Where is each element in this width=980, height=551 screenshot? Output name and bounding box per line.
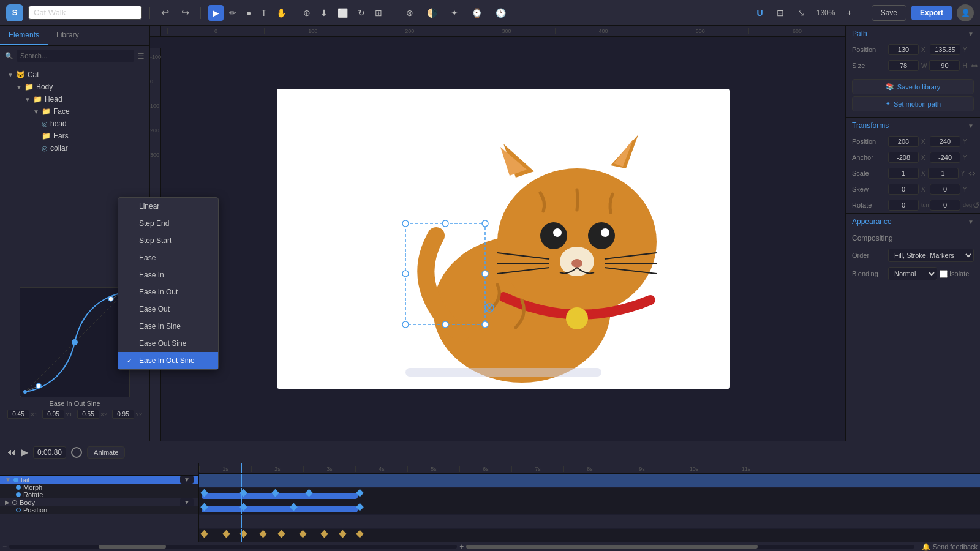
star-tool[interactable]: ✦ <box>447 5 462 21</box>
dropdown-ease-out-sine[interactable]: Ease Out Sine <box>118 335 218 352</box>
expand-tail[interactable]: ▼ <box>5 476 11 483</box>
scale-x-input[interactable] <box>888 168 919 179</box>
skew-x-input[interactable] <box>888 184 919 195</box>
layout-tool[interactable]: ⊟ <box>772 5 788 21</box>
transforms-header[interactable]: Transforms ▼ <box>846 118 980 133</box>
redo-button[interactable]: ↪ <box>178 4 193 21</box>
t-pos-x-input[interactable] <box>888 136 919 147</box>
tl-label-position[interactable]: Position <box>0 506 199 514</box>
underline-tool[interactable]: U <box>753 5 767 21</box>
tree-item-cat[interactable]: ▼ 🐱 Cat <box>0 69 149 81</box>
resize-tool[interactable]: ⤡ <box>793 5 809 21</box>
expand-body[interactable]: ▶ <box>5 499 10 506</box>
tree-expand-face[interactable]: ▼ <box>33 108 39 115</box>
tree-expand-head[interactable]: ▼ <box>24 96 31 103</box>
tree-item-ears[interactable]: 📁 Ears <box>0 130 149 142</box>
eye-dropper[interactable]: 🌗 <box>423 5 442 21</box>
rotate-deg-input[interactable] <box>930 200 960 211</box>
anchor-y-input[interactable] <box>930 152 960 163</box>
zoom-in[interactable]: + <box>842 5 856 21</box>
hand-tool[interactable]: ✋ <box>272 5 291 21</box>
search-input[interactable] <box>17 50 134 62</box>
kf-pos-6[interactable] <box>299 530 307 538</box>
crop-tool[interactable]: ⬜ <box>333 5 352 21</box>
track-morph[interactable] <box>199 488 980 501</box>
pen-tool[interactable]: ✏ <box>225 5 241 21</box>
coord-y1-input[interactable] <box>42 410 64 419</box>
save-to-library-button[interactable]: 📚 Save to library <box>852 79 974 94</box>
library-tab[interactable]: Library <box>48 26 88 45</box>
tl-label-rotate[interactable]: Rotate <box>0 491 199 498</box>
record-button[interactable] <box>71 447 82 458</box>
animate-button[interactable]: Animate <box>87 446 125 459</box>
tl-label-tail[interactable]: ▼ tail ▼ <box>0 476 199 484</box>
isolate-checkbox[interactable] <box>940 270 948 278</box>
kf-pos-4[interactable] <box>259 530 267 538</box>
tl-label-morph[interactable]: Morph <box>0 484 199 491</box>
anchor-x-input[interactable] <box>888 152 919 163</box>
pos-y-input[interactable] <box>930 44 960 55</box>
dropdown-ease-out[interactable]: Ease Out <box>118 301 218 318</box>
timer-tool[interactable]: ⌚ <box>467 5 486 21</box>
undo-button[interactable]: ↩ <box>157 4 173 21</box>
save-button[interactable]: Save <box>872 5 907 21</box>
dropdown-step-end[interactable]: Step End <box>118 215 218 232</box>
kf-pos-1[interactable] <box>200 530 208 538</box>
skew-y-input[interactable] <box>930 184 960 195</box>
track-rotate[interactable] <box>199 501 980 515</box>
appearance-header[interactable]: Appearance ▼ <box>846 214 980 230</box>
isolate-toggle[interactable]: Isolate <box>940 270 969 278</box>
t-pos-y-input[interactable] <box>930 136 960 147</box>
kf-pos-9[interactable] <box>356 530 364 538</box>
rotate-tool[interactable]: ↻ <box>353 5 369 21</box>
kf-pos-5[interactable] <box>277 530 285 538</box>
grid-tool[interactable]: ⊞ <box>371 5 386 21</box>
export-button[interactable]: Export <box>911 6 952 20</box>
add-tool[interactable]: ⊕ <box>299 5 315 21</box>
coord-x2-input[interactable] <box>77 410 99 419</box>
tree-item-face[interactable]: ▼ 📁 Face <box>0 105 149 118</box>
text-tool[interactable]: T <box>257 5 271 21</box>
pos-x-input[interactable] <box>888 44 919 55</box>
blend-select[interactable]: Normal <box>888 267 937 280</box>
kf-pos-2[interactable] <box>222 530 230 538</box>
scroll-plus[interactable]: + <box>459 542 464 551</box>
compositing-header[interactable]: Compositing <box>846 230 980 246</box>
coord-x1-input[interactable] <box>7 410 29 419</box>
tree-expand-cat[interactable]: ▼ <box>7 72 13 78</box>
skip-start-button[interactable]: ⏮ <box>6 447 16 458</box>
order-select[interactable]: Fill, Stroke, Markers <box>888 249 974 262</box>
project-title[interactable] <box>28 6 142 20</box>
align-tool[interactable]: ⬇ <box>316 5 332 21</box>
canvas-viewport[interactable] <box>150 37 845 441</box>
tl-label-body[interactable]: ▶ Body ▼ <box>0 498 199 506</box>
dropdown-ease[interactable]: Ease <box>118 249 218 266</box>
kf-pos-8[interactable] <box>339 530 347 538</box>
coord-y2-input[interactable] <box>112 410 134 419</box>
tree-item-collar[interactable]: ◎ collar <box>0 142 149 154</box>
mask-tool[interactable]: ⊗ <box>402 5 418 21</box>
track-tail[interactable] <box>199 474 980 487</box>
tree-item-head2[interactable]: ◎ head <box>0 118 149 130</box>
elements-tab[interactable]: Elements <box>0 26 48 45</box>
clock-tool[interactable]: 🕐 <box>491 5 510 21</box>
body-expand-btn[interactable]: ▼ <box>180 498 194 506</box>
kf-pos-7[interactable] <box>320 530 328 538</box>
dropdown-ease-in-sine[interactable]: Ease In Sine <box>118 318 218 335</box>
dropdown-linear[interactable]: Linear <box>118 198 218 215</box>
select-tool[interactable]: ▶ <box>208 5 224 21</box>
tree-item-head[interactable]: ▼ 📁 Head <box>0 93 149 105</box>
send-feedback-label[interactable]: Send feedback <box>933 543 978 550</box>
scale-y-input[interactable] <box>928 168 959 179</box>
dropdown-ease-in-out-sine[interactable]: ✓ Ease In Out Sine <box>118 352 218 369</box>
dropdown-step-start[interactable]: Step Start <box>118 232 218 249</box>
scale-link-icon[interactable]: ⇔ <box>968 168 976 178</box>
track-body[interactable] <box>199 515 980 528</box>
play-button[interactable]: ▶ <box>21 446 28 458</box>
rotate-sync-icon[interactable]: ↺ <box>973 200 980 210</box>
tree-expand-body[interactable]: ▼ <box>16 84 22 91</box>
scroll-minus[interactable]: − <box>2 542 7 551</box>
set-motion-path-button[interactable]: ✦ Set motion path <box>852 96 974 111</box>
shape-tool[interactable]: ● <box>242 5 255 21</box>
size-link-icon[interactable]: ⇔ <box>971 61 978 70</box>
